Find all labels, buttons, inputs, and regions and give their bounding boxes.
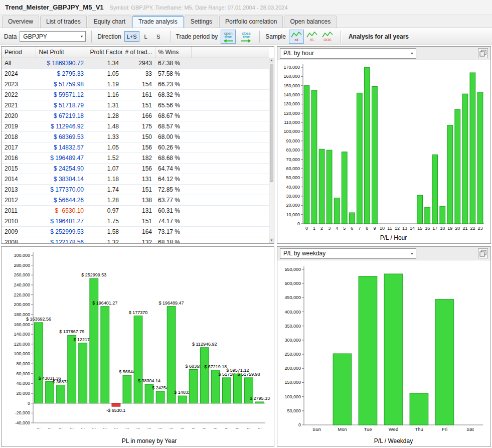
hour-chart-select-value: P/L by hour <box>283 50 314 57</box>
column-header[interactable]: Net Profit <box>36 47 87 58</box>
svg-text:350,000: 350,000 <box>284 324 301 329</box>
close-time-button[interactable]: close time <box>239 30 254 44</box>
table-row[interactable]: 2021$ 51718.791.3115165.56 % <box>2 100 269 110</box>
hour-chart-header: P/L by hour ▼ <box>277 47 490 60</box>
svg-text:PL in money by Year: PL in money by Year <box>122 437 177 444</box>
sample-label: Sample <box>265 33 286 40</box>
table-row[interactable]: 2020$ 67219.181.2816668.67 % <box>2 110 269 121</box>
svg-text:3: 3 <box>328 226 331 231</box>
scroll-up-icon[interactable]: ▲ <box>269 58 274 63</box>
svg-text:150,000: 150,000 <box>284 380 301 385</box>
svg-text:...: ... <box>192 425 196 430</box>
svg-text:11: 11 <box>387 226 392 231</box>
open-time-button[interactable]: open time <box>221 30 236 44</box>
sample-oos-button[interactable]: OOS <box>320 30 335 44</box>
column-header[interactable]: % Wins <box>155 47 191 58</box>
table-row[interactable]: 2008$ 122178.561.3213268.18 % <box>2 237 269 243</box>
sample-group: all IS OOS <box>289 30 335 44</box>
sample-is-button[interactable]: IS <box>304 30 319 44</box>
direction-l-button[interactable]: L <box>140 31 152 42</box>
table-row[interactable]: 2022$ 59571.121.1616168.32 % <box>2 89 269 100</box>
direction-l-s-button[interactable]: L+S <box>124 31 139 42</box>
svg-text:Fri: Fri <box>442 426 447 432</box>
toolbar-separator <box>341 31 341 43</box>
table-row[interactable]: 2010$ 196401.271.7515174.17 % <box>2 216 269 226</box>
app-window: Trend_Meister_GBPJPY_M5_V1 Symbol: GBPJP… <box>0 0 492 448</box>
svg-text:Tue: Tue <box>364 426 372 432</box>
table-row[interactable]: 2018$ 68369.531.3315068.00 % <box>2 131 269 142</box>
column-header[interactable]: Period <box>2 47 36 58</box>
tab-equity-chart[interactable]: Equity chart <box>88 16 131 28</box>
tab-settings[interactable]: Settings <box>185 16 218 28</box>
svg-text:140,000: 140,000 <box>283 92 300 97</box>
scrollbar-thumb[interactable] <box>270 64 273 182</box>
direction-s-button[interactable]: S <box>152 31 165 42</box>
svg-text:$ 51759.98: $ 51759.98 <box>237 372 260 377</box>
svg-text:15: 15 <box>417 226 422 231</box>
svg-text:7: 7 <box>358 226 361 231</box>
table-row[interactable]: 2015$ 24254.901.0715664.74 % <box>2 163 269 174</box>
table-row[interactable]: 2023$ 51759.981.1915466.23 % <box>2 79 269 89</box>
svg-text:$ 122178: $ 122178 <box>73 337 92 342</box>
svg-text:21: 21 <box>462 226 467 231</box>
column-header[interactable]: Profit Factor <box>87 47 122 58</box>
tab-overview[interactable]: Overview <box>2 16 39 28</box>
table-row[interactable]: 2009$ 252999.531.5816473.17 % <box>2 226 269 237</box>
scroll-down-icon[interactable]: ▼ <box>269 238 274 243</box>
column-header[interactable]: # of trad... <box>122 47 155 58</box>
table-row[interactable]: 2017$ 14832.571.0515660.26 % <box>2 142 269 153</box>
svg-text:130,000: 130,000 <box>283 101 300 106</box>
svg-text:...: ... <box>258 425 262 430</box>
svg-text:-$ 6530.1: -$ 6530.1 <box>106 408 125 413</box>
svg-text:120,000: 120,000 <box>14 342 30 347</box>
time-word: time <box>225 35 232 39</box>
svg-text:40,000: 40,000 <box>16 381 30 386</box>
table-scrollbar[interactable]: ▲ ▼ <box>269 58 274 243</box>
table-row[interactable]: 2016$ 196489.471.5218268.68 % <box>2 153 269 163</box>
svg-text:200,000: 200,000 <box>14 302 30 307</box>
close-time-icon: close time <box>240 30 253 43</box>
svg-text:90,000: 90,000 <box>286 138 300 143</box>
table-row[interactable]: 2024$ 2795.331.053357.58 % <box>2 68 269 79</box>
hour-chart-select[interactable]: P/L by hour ▼ <box>280 48 416 59</box>
table-row[interactable]: 2011$ -6530.100.9713160.31 % <box>2 205 269 216</box>
table-row[interactable]: 2019$ 112946.921.4817568.57 % <box>2 121 269 131</box>
svg-text:...: ... <box>92 425 96 430</box>
chevron-down-icon: ▼ <box>406 52 414 55</box>
svg-text:250,000: 250,000 <box>284 352 301 357</box>
tab-portfolio-correlation[interactable]: Portfolio correlation <box>219 16 283 28</box>
weekday-chart-select[interactable]: P/L by weekday ▼ <box>280 248 416 259</box>
svg-text:140,000: 140,000 <box>14 332 30 337</box>
sample-all-button[interactable]: all <box>289 30 304 44</box>
svg-text:0: 0 <box>298 422 301 427</box>
table-row[interactable]: 2014$ 38304.141.1813164.12 % <box>2 174 269 184</box>
tab-list-of-trades[interactable]: List of trades <box>40 16 87 28</box>
tab-open-balances[interactable]: Open balances <box>284 16 337 28</box>
svg-text:100,000: 100,000 <box>283 129 300 134</box>
weekday-bar-chart: 050,000100,000150,000200,000250,000300,0… <box>278 260 490 446</box>
chevron-down-icon: ▼ <box>76 35 83 38</box>
svg-text:300,000: 300,000 <box>284 338 301 343</box>
svg-text:1: 1 <box>313 226 315 231</box>
svg-text:$ 14832: $ 14832 <box>174 390 191 395</box>
data-symbol-select[interactable]: GBPJPY ▼ <box>20 31 86 42</box>
chevron-down-icon: ▼ <box>406 252 414 255</box>
svg-text:30,000: 30,000 <box>286 194 300 199</box>
popout-icon[interactable] <box>478 48 488 58</box>
svg-text:6: 6 <box>351 226 353 231</box>
svg-text:20,000: 20,000 <box>286 203 300 208</box>
table-row[interactable]: All$ 1869390.721.34294367.38 % <box>2 58 269 68</box>
table-row[interactable]: 2012$ 56644.261.2813863.77 % <box>2 195 269 205</box>
svg-text:$ 137867.79: $ 137867.79 <box>59 329 84 334</box>
content-grid: PeriodNet ProfitProfit Factor# of trad..… <box>0 45 492 448</box>
svg-text:...: ... <box>70 425 74 430</box>
sample-all-icon: all <box>290 31 302 42</box>
open-time-icon: open time <box>222 30 235 43</box>
svg-text:IS: IS <box>310 38 314 42</box>
svg-text:Sat: Sat <box>466 426 474 432</box>
svg-text:$ 38304.14: $ 38304.14 <box>138 378 160 383</box>
popout-icon[interactable] <box>478 248 488 258</box>
table-row[interactable]: 2013$ 177370.001.7415172.85 % <box>2 184 269 195</box>
svg-text:160,000: 160,000 <box>283 74 300 79</box>
tab-trade-analysis[interactable]: Trade analysis <box>132 16 184 28</box>
